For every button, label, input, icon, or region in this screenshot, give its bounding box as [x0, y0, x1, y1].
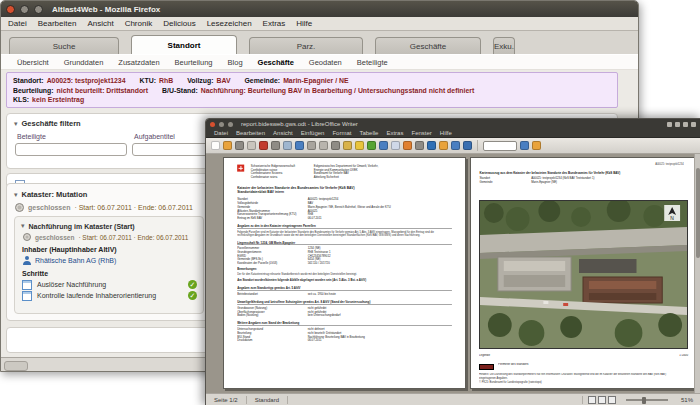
find-icon[interactable] — [415, 141, 424, 150]
new-document-icon[interactable] — [211, 141, 220, 150]
remarks-label: Bemerkungen: — [237, 268, 452, 272]
sub-tab[interactable]: Zusatzdaten — [118, 58, 159, 67]
pdf-field-value: 06.07.2011 — [308, 216, 331, 220]
filter-field-label: Aufgabentitel — [134, 133, 175, 140]
summary-segment: Standort:A00025: testprojekt1234 — [13, 76, 126, 86]
menu-item[interactable]: Delicious — [163, 19, 195, 28]
menu-item[interactable]: Einfügen — [301, 130, 325, 136]
maximize-icon[interactable] — [228, 122, 233, 127]
page-style-indicator[interactable]: Standard — [247, 396, 288, 404]
main-tab[interactable]: Parz. — [249, 37, 363, 54]
format-paintbrush-icon[interactable] — [343, 141, 352, 150]
bluetooth-icon[interactable] — [675, 122, 680, 127]
report-page-2: A00025: testprojekt1234 Kartenauszug aus… — [470, 157, 695, 389]
sub-tab[interactable]: Beurteilung — [175, 58, 213, 67]
sub-tab[interactable]: Geschäfte — [258, 58, 294, 67]
task-icon — [22, 291, 32, 301]
menu-item[interactable]: Ansicht — [273, 130, 293, 136]
book-view-icon[interactable] — [608, 396, 616, 404]
summary-value: Nachführung: Beurteilung BAV in Bearbeit… — [201, 87, 475, 94]
menu-item[interactable]: Format — [332, 130, 351, 136]
mail-icon[interactable] — [691, 122, 696, 127]
statusbar-widget[interactable] — [4, 361, 28, 371]
print-icon[interactable] — [271, 141, 280, 150]
summary-segment: B/U-Stand:Nachführung: Beurteilung BAV i… — [162, 86, 474, 96]
drawing-icon[interactable] — [403, 141, 412, 150]
scrollbar-thumb[interactable] — [696, 168, 700, 258]
subsection-header: Liegenschaft Nr. 1234, GB Marin-Epagnier — [237, 241, 452, 245]
type-table: Betriebsstandortseit ca. 1950 bis heute — [224, 292, 465, 296]
redo-icon[interactable] — [367, 141, 376, 150]
main-tab[interactable]: Geschäfte — [375, 37, 481, 54]
close-icon[interactable] — [6, 5, 15, 14]
minimize-icon[interactable] — [20, 5, 29, 14]
copy-icon[interactable] — [319, 141, 328, 150]
step-row[interactable]: Auslöser Nachführung ✓ — [22, 279, 197, 290]
menu-item[interactable]: Datei — [8, 19, 27, 28]
step-row[interactable]: Kontrolle laufende Inhaberorientierung ✓ — [22, 290, 197, 301]
open-icon[interactable] — [223, 141, 232, 150]
navigator-icon[interactable] — [427, 141, 436, 150]
menu-item[interactable]: Hilfe — [440, 130, 452, 136]
menu-item[interactable]: Datei — [214, 130, 228, 136]
sub-tab[interactable]: Beteiligte — [357, 58, 388, 67]
help-icon[interactable] — [463, 141, 472, 150]
sub-tab[interactable]: Grunddaten — [64, 58, 104, 67]
undo-icon[interactable] — [355, 141, 364, 150]
main-tab[interactable]: Suche — [9, 37, 119, 54]
menu-item[interactable]: Lesezeichen — [207, 19, 252, 28]
navigation-previous-icon[interactable] — [520, 141, 529, 150]
sub-tab[interactable]: Geodaten — [309, 58, 342, 67]
menu-item[interactable]: Bearbeiten — [236, 130, 265, 136]
multi-page-view-icon[interactable] — [598, 396, 606, 404]
zoom-icon[interactable] — [451, 141, 460, 150]
vertical-scrollbar[interactable] — [694, 154, 700, 394]
writer-titlebar[interactable]: report.bidesweb.gws.odt - LibreOffice Wr… — [206, 119, 700, 129]
pdf-field-value: Marin-Epagnier (NE) — [531, 180, 557, 184]
zoom-combobox[interactable] — [483, 141, 517, 151]
firefox-titlebar[interactable]: Altlast4Web - Mozilla Firefox — [1, 1, 638, 17]
sub-tab[interactable]: Übersicht — [17, 58, 49, 67]
page-indicator[interactable]: Seite 1/2 — [206, 396, 247, 404]
close-icon[interactable] — [210, 122, 215, 127]
maximize-icon[interactable] — [34, 5, 43, 14]
zoom-slider[interactable] — [626, 399, 668, 401]
hyperlink-icon[interactable] — [379, 141, 388, 150]
single-page-view-icon[interactable] — [588, 396, 596, 404]
network-icon[interactable] — [667, 122, 672, 127]
cut-icon[interactable] — [307, 141, 316, 150]
menu-item[interactable]: Ansicht — [87, 19, 113, 28]
main-tab[interactable]: Exku. — [493, 37, 515, 54]
sub-tab[interactable]: Blog — [228, 58, 243, 67]
navigation-next-icon[interactable] — [532, 141, 541, 150]
menu-item[interactable]: Extras — [263, 19, 286, 28]
paste-icon[interactable] — [331, 141, 340, 150]
report-title: Kataster der belasteten Standorte des Bu… — [224, 179, 465, 194]
gallery-icon[interactable] — [439, 141, 448, 150]
menu-item[interactable]: Fenster — [411, 130, 431, 136]
summary-label: Beurteilung: — [13, 87, 54, 94]
section-paragraph: Folgende Parzellen sind im Kataster der … — [237, 230, 451, 236]
menu-item[interactable]: Tabelle — [359, 130, 378, 136]
menu-item[interactable]: Extras — [386, 130, 403, 136]
beteiligte-input[interactable] — [15, 143, 127, 156]
spellcheck-icon[interactable] — [295, 141, 304, 150]
email-icon[interactable] — [247, 141, 256, 150]
pdf-field-value: 565'110 / 205'720 — [308, 261, 339, 265]
table-icon[interactable] — [391, 141, 400, 150]
minimize-icon[interactable] — [219, 122, 224, 127]
menu-item[interactable]: Hilfe — [296, 19, 312, 28]
owner-row[interactable]: Rhätische Bahn AG (RhB) — [15, 253, 203, 265]
zoom-level[interactable]: 51% — [673, 396, 700, 404]
tab-label: Geschäfte — [410, 42, 446, 51]
menu-item[interactable]: Bearbeiten — [38, 19, 77, 28]
page-preview-icon[interactable] — [283, 141, 292, 150]
sound-icon[interactable] — [683, 122, 688, 127]
save-icon[interactable] — [235, 141, 244, 150]
status-state: geschlossen — [28, 204, 70, 211]
task-section-header[interactable]: ▾ Nachführung im Kataster (Start) — [15, 217, 203, 230]
zoom-slider-knob[interactable] — [642, 397, 646, 404]
export-pdf-icon[interactable] — [259, 141, 268, 150]
menu-item[interactable]: Chronik — [125, 19, 153, 28]
main-tab[interactable]: Standort — [131, 35, 237, 54]
